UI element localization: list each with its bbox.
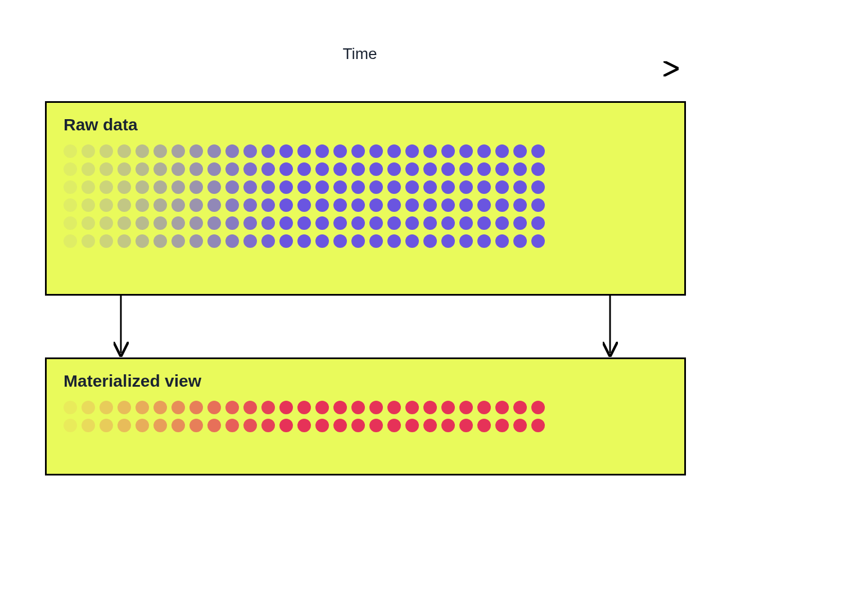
- data-dot: [423, 180, 437, 194]
- data-dot: [261, 144, 275, 158]
- data-dot: [189, 198, 203, 212]
- data-dot: [513, 162, 527, 176]
- data-dot: [189, 401, 203, 414]
- data-dot: [513, 144, 527, 158]
- data-dot: [387, 234, 401, 248]
- data-dot: [207, 401, 221, 414]
- data-dot: [369, 144, 383, 158]
- data-dot: [136, 401, 149, 414]
- data-dot: [369, 234, 383, 248]
- data-dot: [441, 216, 455, 230]
- data-dot: [261, 216, 275, 230]
- data-dot: [441, 234, 455, 248]
- data-dot: [315, 401, 329, 414]
- data-dot: [495, 216, 509, 230]
- data-dot: [279, 180, 293, 194]
- data-dot: [279, 401, 293, 414]
- data-dot: [531, 419, 545, 432]
- data-dot: [369, 198, 383, 212]
- data-dot: [405, 144, 419, 158]
- data-dot: [297, 162, 311, 176]
- data-dot: [315, 198, 329, 212]
- data-dot: [171, 419, 185, 432]
- data-dot: [495, 162, 509, 176]
- data-dot: [225, 419, 239, 432]
- data-dot: [243, 234, 257, 248]
- data-dot: [136, 419, 149, 432]
- data-dot: [100, 401, 113, 414]
- data-dot: [171, 180, 185, 194]
- data-dot: [153, 419, 167, 432]
- data-dot: [477, 198, 491, 212]
- dot-row: [64, 180, 667, 194]
- data-dot: [243, 144, 257, 158]
- data-dot: [423, 234, 437, 248]
- data-dot: [459, 234, 473, 248]
- data-dot: [369, 162, 383, 176]
- data-dot: [171, 216, 185, 230]
- data-dot: [225, 144, 239, 158]
- diagram-canvas: Time Raw data Materialized view: [0, 0, 858, 616]
- data-dot: [189, 144, 203, 158]
- data-dot: [333, 234, 347, 248]
- data-dot: [297, 419, 311, 432]
- data-dot: [243, 419, 257, 432]
- data-dot: [118, 180, 131, 194]
- data-dot: [189, 234, 203, 248]
- data-dot: [100, 180, 113, 194]
- data-dot: [64, 162, 77, 176]
- data-dot: [405, 234, 419, 248]
- data-dot: [531, 401, 545, 414]
- data-dot: [100, 162, 113, 176]
- data-dot: [423, 419, 437, 432]
- data-dot: [387, 419, 401, 432]
- raw-data-dot-grid: [64, 144, 667, 248]
- data-dot: [118, 419, 131, 432]
- data-dot: [189, 419, 203, 432]
- data-dot: [459, 419, 473, 432]
- data-dot: [405, 162, 419, 176]
- data-dot: [459, 401, 473, 414]
- data-dot: [261, 419, 275, 432]
- data-dot: [351, 401, 365, 414]
- data-dot: [279, 216, 293, 230]
- time-axis-label: Time: [0, 45, 720, 63]
- data-dot: [297, 198, 311, 212]
- data-dot: [207, 198, 221, 212]
- data-dot: [369, 216, 383, 230]
- dot-row: [64, 162, 667, 176]
- raw-data-panel: Raw data: [45, 101, 686, 296]
- data-dot: [351, 234, 365, 248]
- data-dot: [441, 198, 455, 212]
- data-dot: [297, 401, 311, 414]
- data-dot: [100, 234, 113, 248]
- data-dot: [477, 401, 491, 414]
- data-dot: [82, 216, 95, 230]
- data-dot: [243, 198, 257, 212]
- data-dot: [351, 162, 365, 176]
- data-dot: [118, 198, 131, 212]
- data-dot: [118, 234, 131, 248]
- data-dot: [261, 162, 275, 176]
- data-dot: [441, 419, 455, 432]
- data-dot: [64, 198, 77, 212]
- data-dot: [64, 234, 77, 248]
- data-dot: [315, 144, 329, 158]
- materialized-view-dot-grid: [64, 401, 667, 432]
- data-dot: [100, 198, 113, 212]
- data-dot: [207, 216, 221, 230]
- materialized-view-panel: Materialized view: [45, 357, 686, 475]
- data-dot: [82, 234, 95, 248]
- dot-row: [64, 234, 667, 248]
- data-dot: [387, 198, 401, 212]
- data-dot: [423, 198, 437, 212]
- data-dot: [297, 180, 311, 194]
- data-dot: [207, 162, 221, 176]
- data-dot: [315, 419, 329, 432]
- data-dot: [243, 401, 257, 414]
- data-dot: [477, 419, 491, 432]
- data-dot: [225, 216, 239, 230]
- data-dot: [136, 180, 149, 194]
- data-dot: [297, 216, 311, 230]
- data-dot: [171, 198, 185, 212]
